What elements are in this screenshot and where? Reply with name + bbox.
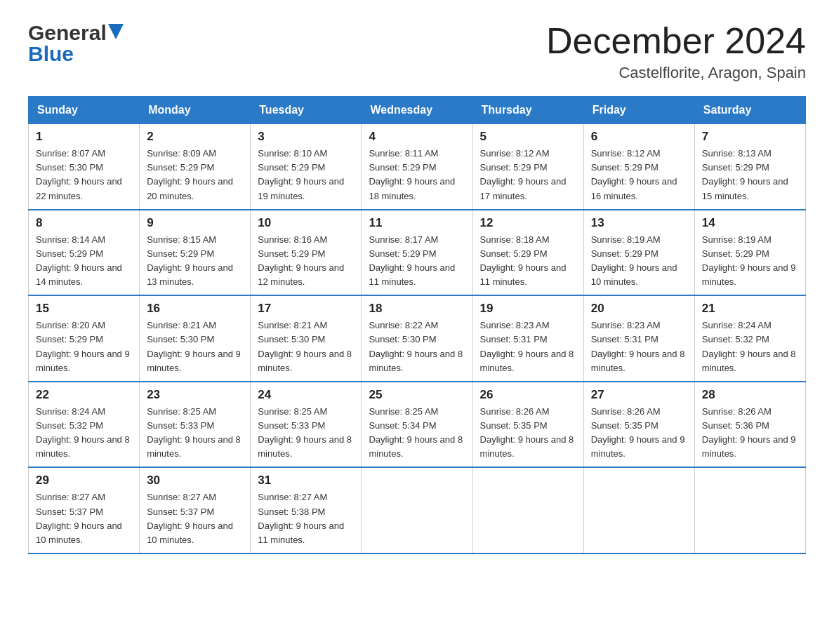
calendar-header: SundayMondayTuesdayWednesdayThursdayFrid…	[29, 97, 806, 124]
day-info: Sunrise: 8:19 AMSunset: 5:29 PMDaylight:…	[591, 233, 687, 290]
days-of-week-row: SundayMondayTuesdayWednesdayThursdayFrid…	[29, 97, 806, 124]
day-number: 21	[702, 302, 798, 316]
day-info: Sunrise: 8:09 AMSunset: 5:29 PMDaylight:…	[147, 147, 243, 203]
day-info: Sunrise: 8:16 AMSunset: 5:29 PMDaylight:…	[258, 233, 354, 290]
day-info: Sunrise: 8:26 AMSunset: 5:35 PMDaylight:…	[591, 405, 687, 462]
day-number: 7	[702, 130, 798, 144]
day-number: 5	[480, 130, 576, 144]
calendar-cell: 30 Sunrise: 8:27 AMSunset: 5:37 PMDaylig…	[140, 467, 251, 554]
header-tuesday: Tuesday	[251, 97, 362, 124]
day-number: 29	[36, 474, 132, 488]
day-number: 8	[36, 216, 132, 230]
day-number: 14	[702, 216, 798, 230]
day-info: Sunrise: 8:22 AMSunset: 5:30 PMDaylight:…	[369, 318, 465, 375]
header-thursday: Thursday	[472, 97, 583, 124]
day-number: 18	[369, 302, 465, 316]
day-number: 12	[480, 216, 576, 230]
calendar-cell: 7 Sunrise: 8:13 AMSunset: 5:29 PMDayligh…	[694, 124, 805, 210]
logo-general: General	[28, 21, 107, 45]
day-number: 1	[36, 130, 132, 144]
calendar-cell: 28 Sunrise: 8:26 AMSunset: 5:36 PMDaylig…	[694, 382, 805, 468]
calendar-cell: 3 Sunrise: 8:10 AMSunset: 5:29 PMDayligh…	[251, 124, 362, 210]
day-number: 13	[591, 216, 687, 230]
day-number: 11	[369, 216, 465, 230]
day-info: Sunrise: 8:25 AMSunset: 5:34 PMDaylight:…	[369, 405, 465, 462]
day-number: 23	[147, 388, 243, 402]
day-info: Sunrise: 8:24 AMSunset: 5:32 PMDaylight:…	[702, 318, 798, 375]
day-info: Sunrise: 8:13 AMSunset: 5:29 PMDaylight:…	[702, 147, 798, 203]
day-number: 10	[258, 216, 354, 230]
calendar-cell: 27 Sunrise: 8:26 AMSunset: 5:35 PMDaylig…	[583, 382, 694, 468]
header-friday: Friday	[583, 97, 694, 124]
calendar-cell: 10 Sunrise: 8:16 AMSunset: 5:29 PMDaylig…	[251, 210, 362, 296]
calendar-cell: 11 Sunrise: 8:17 AMSunset: 5:29 PMDaylig…	[362, 210, 472, 296]
calendar-cell: 2 Sunrise: 8:09 AMSunset: 5:29 PMDayligh…	[140, 124, 251, 210]
calendar-cell: 31 Sunrise: 8:27 AMSunset: 5:38 PMDaylig…	[251, 467, 362, 554]
day-info: Sunrise: 8:19 AMSunset: 5:29 PMDaylight:…	[702, 233, 798, 290]
day-number: 16	[147, 302, 243, 316]
calendar-cell	[583, 467, 694, 554]
day-info: Sunrise: 8:27 AMSunset: 5:37 PMDaylight:…	[147, 490, 243, 547]
calendar-cell	[472, 467, 583, 554]
calendar-cell: 18 Sunrise: 8:22 AMSunset: 5:30 PMDaylig…	[362, 295, 472, 382]
day-number: 22	[36, 388, 132, 402]
calendar-cell: 4 Sunrise: 8:11 AMSunset: 5:29 PMDayligh…	[362, 124, 472, 210]
calendar-cell: 8 Sunrise: 8:14 AMSunset: 5:29 PMDayligh…	[29, 210, 140, 296]
calendar-cell: 13 Sunrise: 8:19 AMSunset: 5:29 PMDaylig…	[583, 210, 694, 296]
day-info: Sunrise: 8:21 AMSunset: 5:30 PMDaylight:…	[258, 318, 354, 375]
header-monday: Monday	[140, 97, 251, 124]
logo-arrow-icon	[108, 24, 124, 42]
calendar-cell: 26 Sunrise: 8:26 AMSunset: 5:35 PMDaylig…	[472, 382, 583, 468]
calendar-cell: 21 Sunrise: 8:24 AMSunset: 5:32 PMDaylig…	[694, 295, 805, 382]
calendar-cell: 1 Sunrise: 8:07 AMSunset: 5:30 PMDayligh…	[29, 124, 140, 210]
day-info: Sunrise: 8:11 AMSunset: 5:29 PMDaylight:…	[369, 147, 465, 203]
calendar-cell: 19 Sunrise: 8:23 AMSunset: 5:31 PMDaylig…	[472, 295, 583, 382]
header-wednesday: Wednesday	[362, 97, 472, 124]
day-info: Sunrise: 8:23 AMSunset: 5:31 PMDaylight:…	[591, 318, 687, 375]
calendar-cell: 22 Sunrise: 8:24 AMSunset: 5:32 PMDaylig…	[29, 382, 140, 468]
calendar-cell: 23 Sunrise: 8:25 AMSunset: 5:33 PMDaylig…	[140, 382, 251, 468]
day-info: Sunrise: 8:18 AMSunset: 5:29 PMDaylight:…	[480, 233, 576, 290]
day-number: 15	[36, 302, 132, 316]
day-info: Sunrise: 8:25 AMSunset: 5:33 PMDaylight:…	[258, 405, 354, 462]
day-number: 25	[369, 388, 465, 402]
week-row-4: 22 Sunrise: 8:24 AMSunset: 5:32 PMDaylig…	[29, 382, 806, 468]
day-info: Sunrise: 8:23 AMSunset: 5:31 PMDaylight:…	[480, 318, 576, 375]
calendar-cell: 15 Sunrise: 8:20 AMSunset: 5:29 PMDaylig…	[29, 295, 140, 382]
day-number: 28	[702, 388, 798, 402]
calendar-cell: 14 Sunrise: 8:19 AMSunset: 5:29 PMDaylig…	[694, 210, 805, 296]
logo-blue: Blue	[28, 42, 74, 66]
day-info: Sunrise: 8:17 AMSunset: 5:29 PMDaylight:…	[369, 233, 465, 290]
day-info: Sunrise: 8:07 AMSunset: 5:30 PMDaylight:…	[36, 147, 132, 203]
day-info: Sunrise: 8:14 AMSunset: 5:29 PMDaylight:…	[36, 233, 132, 290]
day-number: 24	[258, 388, 354, 402]
day-number: 19	[480, 302, 576, 316]
day-number: 6	[591, 130, 687, 144]
header-saturday: Saturday	[694, 97, 805, 124]
day-number: 30	[147, 474, 243, 488]
calendar-cell: 5 Sunrise: 8:12 AMSunset: 5:29 PMDayligh…	[472, 124, 583, 210]
svg-marker-0	[108, 24, 124, 39]
calendar-cell	[362, 467, 472, 554]
calendar-cell	[694, 467, 805, 554]
day-info: Sunrise: 8:27 AMSunset: 5:38 PMDaylight:…	[258, 490, 354, 547]
day-info: Sunrise: 8:21 AMSunset: 5:30 PMDaylight:…	[147, 318, 243, 375]
day-info: Sunrise: 8:27 AMSunset: 5:37 PMDaylight:…	[36, 490, 132, 547]
day-number: 20	[591, 302, 687, 316]
day-info: Sunrise: 8:25 AMSunset: 5:33 PMDaylight:…	[147, 405, 243, 462]
calendar-cell: 29 Sunrise: 8:27 AMSunset: 5:37 PMDaylig…	[29, 467, 140, 554]
day-info: Sunrise: 8:12 AMSunset: 5:29 PMDaylight:…	[480, 147, 576, 203]
page-header: General Blue December 2024 Castelflorite…	[28, 21, 806, 82]
week-row-5: 29 Sunrise: 8:27 AMSunset: 5:37 PMDaylig…	[29, 467, 806, 554]
day-info: Sunrise: 8:15 AMSunset: 5:29 PMDaylight:…	[147, 233, 243, 290]
day-info: Sunrise: 8:10 AMSunset: 5:29 PMDaylight:…	[258, 147, 354, 203]
day-number: 17	[258, 302, 354, 316]
day-info: Sunrise: 8:24 AMSunset: 5:32 PMDaylight:…	[36, 405, 132, 462]
month-title: December 2024	[546, 21, 806, 61]
day-info: Sunrise: 8:20 AMSunset: 5:29 PMDaylight:…	[36, 318, 132, 375]
week-row-1: 1 Sunrise: 8:07 AMSunset: 5:30 PMDayligh…	[29, 124, 806, 210]
logo: General Blue	[28, 21, 124, 66]
location: Castelflorite, Aragon, Spain	[546, 64, 806, 82]
day-number: 4	[369, 130, 465, 144]
day-number: 2	[147, 130, 243, 144]
